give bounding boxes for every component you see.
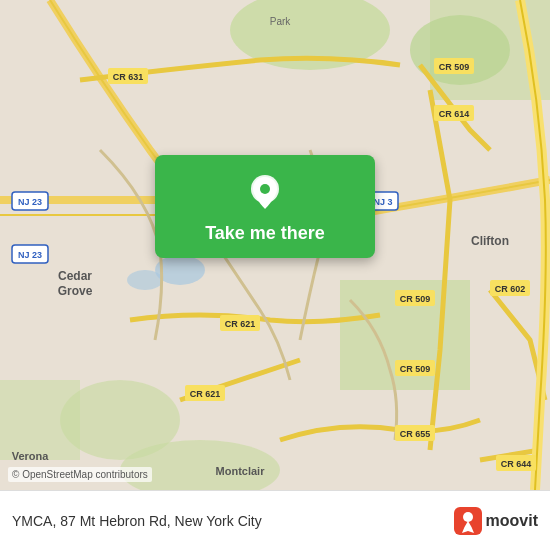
location-pin-icon bbox=[245, 173, 285, 213]
location-label: YMCA, 87 Mt Hebron Rd, New York City bbox=[12, 513, 446, 529]
svg-text:CR 614: CR 614 bbox=[439, 109, 470, 119]
svg-text:CR 509: CR 509 bbox=[400, 294, 431, 304]
moovit-brand-icon bbox=[454, 507, 482, 535]
svg-text:CR 621: CR 621 bbox=[225, 319, 256, 329]
svg-text:CR 631: CR 631 bbox=[113, 72, 144, 82]
copyright-notice: © OpenStreetMap contributors bbox=[8, 467, 152, 482]
svg-text:NJ 23: NJ 23 bbox=[18, 197, 42, 207]
svg-text:CR 655: CR 655 bbox=[400, 429, 431, 439]
svg-text:CR 509: CR 509 bbox=[400, 364, 431, 374]
svg-text:CR 602: CR 602 bbox=[495, 284, 526, 294]
svg-text:Clifton: Clifton bbox=[471, 234, 509, 248]
bottom-bar: YMCA, 87 Mt Hebron Rd, New York City moo… bbox=[0, 490, 550, 550]
svg-point-48 bbox=[463, 512, 473, 522]
svg-text:CR 621: CR 621 bbox=[190, 389, 221, 399]
svg-rect-6 bbox=[0, 380, 80, 460]
svg-point-9 bbox=[127, 270, 163, 290]
svg-text:Montclair: Montclair bbox=[216, 465, 266, 477]
svg-text:Grove: Grove bbox=[58, 284, 93, 298]
svg-text:NJ 23: NJ 23 bbox=[18, 250, 42, 260]
map-container: NJ 23 NJ 23 NJ 3 CR 631 CR 509 CR 614 CR… bbox=[0, 0, 550, 490]
moovit-logo: moovit bbox=[454, 507, 538, 535]
svg-text:NJ 3: NJ 3 bbox=[373, 197, 392, 207]
svg-text:CR 509: CR 509 bbox=[439, 62, 470, 72]
svg-text:Park: Park bbox=[270, 16, 292, 27]
moovit-logo-text: moovit bbox=[486, 512, 538, 530]
svg-point-46 bbox=[260, 184, 270, 194]
take-me-there-card[interactable]: Take me there bbox=[155, 155, 375, 258]
svg-text:Verona: Verona bbox=[12, 450, 50, 462]
svg-text:CR 644: CR 644 bbox=[501, 459, 532, 469]
svg-text:Cedar: Cedar bbox=[58, 269, 92, 283]
take-me-there-button[interactable]: Take me there bbox=[205, 223, 325, 244]
